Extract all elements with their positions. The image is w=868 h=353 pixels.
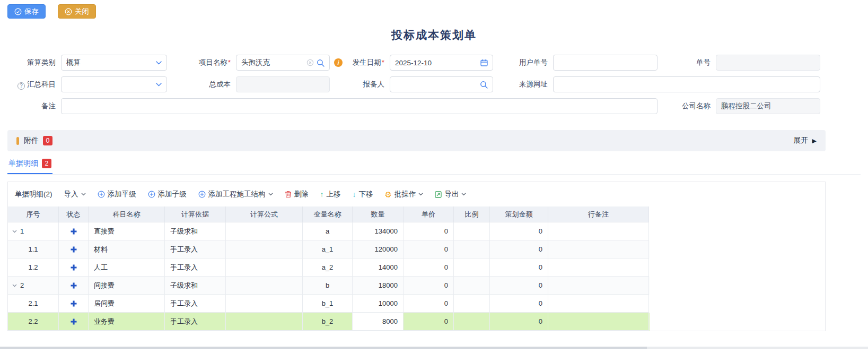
expand-caret-icon[interactable] (12, 284, 17, 287)
delete-button[interactable]: 删除 (285, 190, 309, 199)
cell-formula[interactable] (226, 295, 303, 313)
cell-amount[interactable]: 0 (490, 295, 548, 313)
cell-basis[interactable]: 手工录入 (165, 240, 226, 259)
cell-basis[interactable]: 手工录入 (165, 295, 226, 313)
cell-amount[interactable]: 0 (490, 240, 548, 259)
table-row[interactable]: 1.2人工手工录入a_21400000 (8, 259, 650, 277)
cell-qty[interactable]: 120000 (353, 240, 404, 259)
expand-caret-icon[interactable] (12, 230, 17, 233)
cell-row-remark[interactable] (548, 313, 649, 331)
cell-qty[interactable]: 14000 (353, 259, 404, 277)
cell-status[interactable] (59, 222, 89, 240)
cell-qty[interactable]: 8000 (353, 313, 404, 331)
cell-formula[interactable] (226, 313, 303, 331)
search-icon[interactable] (317, 59, 325, 67)
cell-ratio[interactable] (454, 222, 490, 240)
attachments-bar[interactable]: 附件 0 展开 ▶ (7, 130, 826, 151)
tab-detail[interactable]: 单据明细 2 (7, 158, 52, 174)
summary-subject-select[interactable] (61, 76, 167, 92)
add-row-icon[interactable] (71, 300, 77, 307)
batch-ops-button[interactable]: ⚙ 批操作 (385, 190, 424, 199)
import-button[interactable]: 导入 (64, 190, 86, 199)
cell-seq[interactable]: 1 (8, 222, 59, 240)
cell-basis[interactable]: 子级求和 (165, 277, 226, 295)
source-url-input[interactable] (558, 77, 815, 92)
cell-amount[interactable]: 0 (490, 313, 548, 331)
source-url-field[interactable] (553, 76, 820, 92)
add-sibling-button[interactable]: 添加平级 (98, 190, 136, 199)
cell-seq[interactable]: 2 (8, 277, 59, 295)
cell-variable[interactable]: a_2 (303, 259, 353, 277)
cell-status[interactable] (59, 313, 89, 331)
cell-qty[interactable]: 10000 (353, 295, 404, 313)
cell-ratio[interactable] (454, 259, 490, 277)
cell-amount[interactable]: 0 (490, 259, 548, 277)
move-down-button[interactable]: ↓ 下移 (353, 190, 373, 199)
cell-status[interactable] (59, 277, 89, 295)
cell-seq[interactable]: 2.2 (8, 313, 59, 331)
table-row[interactable]: 1直接费子级求和a13400000 (8, 222, 650, 240)
add-row-icon[interactable] (71, 246, 77, 253)
cell-formula[interactable] (226, 240, 303, 259)
add-row-icon[interactable] (71, 264, 77, 271)
cell-price[interactable]: 0 (404, 259, 454, 277)
cell-basis[interactable]: 手工录入 (165, 313, 226, 331)
project-name-input[interactable] (241, 55, 304, 70)
remark-input[interactable] (66, 99, 652, 114)
close-button[interactable]: 关闭 (58, 4, 96, 19)
cell-seq[interactable]: 2.1 (8, 295, 59, 313)
cell-row-remark[interactable] (548, 295, 649, 313)
cell-variable[interactable]: a (303, 222, 353, 240)
expand-button[interactable]: 展开 ▶ (794, 136, 817, 145)
cell-row-remark[interactable] (548, 277, 649, 295)
cell-qty[interactable]: 18000 (353, 277, 404, 295)
cell-amount[interactable]: 0 (490, 277, 548, 295)
info-icon[interactable]: i (334, 58, 343, 67)
cell-subject[interactable]: 业务费 (89, 313, 165, 331)
clear-icon[interactable] (306, 59, 314, 66)
user-doc-no-field[interactable] (553, 55, 657, 71)
cell-price[interactable]: 0 (404, 295, 454, 313)
reporter-input[interactable] (395, 77, 477, 92)
user-doc-no-input[interactable] (558, 55, 652, 70)
cell-price[interactable]: 0 (404, 222, 454, 240)
search-icon[interactable] (480, 81, 488, 89)
cell-basis[interactable]: 手工录入 (165, 259, 226, 277)
cell-row-remark[interactable] (548, 222, 649, 240)
occur-date-input[interactable] (395, 55, 478, 70)
cell-row-remark[interactable] (548, 259, 649, 277)
calendar-icon[interactable] (480, 59, 488, 66)
cell-subject[interactable]: 人工 (89, 259, 165, 277)
cell-ratio[interactable] (454, 313, 490, 331)
cell-status[interactable] (59, 295, 89, 313)
chevron-down-icon[interactable] (156, 83, 162, 87)
table-row[interactable]: 2间接费子级求和b1800000 (8, 277, 650, 295)
add-row-icon[interactable] (71, 282, 77, 289)
cell-ratio[interactable] (454, 277, 490, 295)
add-row-icon[interactable] (71, 318, 77, 325)
cell-ratio[interactable] (454, 240, 490, 259)
add-child-button[interactable]: 添加子级 (148, 190, 187, 199)
save-button[interactable]: 保存 (7, 4, 46, 19)
cell-subject[interactable]: 居间费 (89, 295, 165, 313)
project-name-field[interactable] (236, 55, 330, 71)
table-row[interactable]: 2.2业务费手工录入b_2800000 (8, 313, 650, 331)
add-row-icon[interactable] (71, 228, 77, 235)
cell-formula[interactable] (226, 259, 303, 277)
cell-amount[interactable]: 0 (490, 222, 548, 240)
cell-price[interactable]: 0 (404, 277, 454, 295)
cell-status[interactable] (59, 240, 89, 259)
move-up-button[interactable]: ↑ 上移 (320, 190, 341, 199)
scrollbar-thumb[interactable] (0, 347, 647, 349)
cell-status[interactable] (59, 259, 89, 277)
plan-type-select[interactable]: 概算 (61, 55, 167, 71)
table-row[interactable]: 2.1居间费手工录入b_11000000 (8, 295, 650, 313)
cell-price[interactable]: 0 (404, 240, 454, 259)
cell-formula[interactable] (226, 222, 303, 240)
cell-subject[interactable]: 材料 (89, 240, 165, 259)
cell-basis[interactable]: 子级求和 (165, 222, 226, 240)
cell-qty[interactable]: 134000 (353, 222, 404, 240)
cell-price[interactable]: 0 (404, 313, 454, 331)
reporter-field[interactable] (390, 76, 493, 92)
export-button[interactable]: 导出 (435, 190, 466, 199)
